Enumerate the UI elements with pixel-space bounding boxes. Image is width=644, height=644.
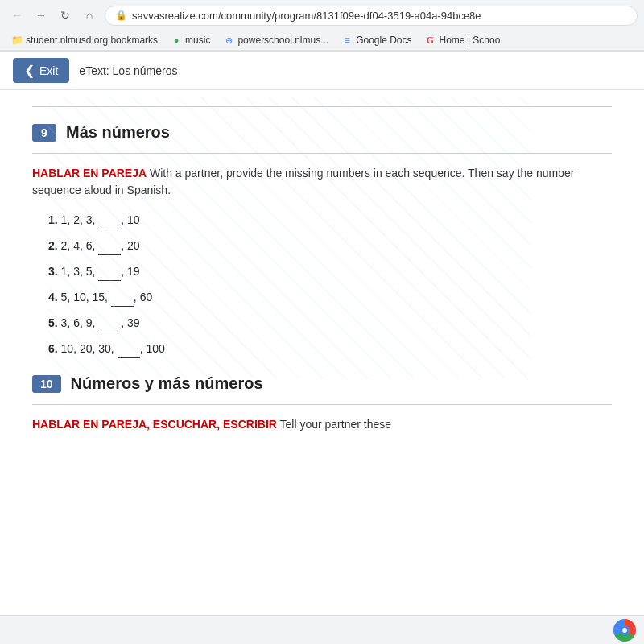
chrome-icon: [613, 619, 636, 642]
refresh-button[interactable]: ↻: [55, 5, 76, 26]
section10-instruction-text: Tell your partner these: [280, 418, 392, 431]
exercise-num-4: 4.: [48, 291, 58, 303]
home-button[interactable]: ⌂: [79, 5, 100, 26]
exercise-text-2: 2, 4, 6, , 20: [61, 239, 140, 252]
exercise-item-6: 6. 10, 20, 30, , 100: [48, 341, 612, 358]
etext-label: eText: Los números: [79, 64, 177, 77]
bookmark-music-label: music: [185, 35, 210, 46]
music-favicon: ●: [171, 35, 182, 46]
bookmark-googledocs-label: Google Docs: [356, 35, 411, 46]
blank-5: [98, 315, 121, 332]
exercise-text-6: 10, 20, 30, , 100: [61, 342, 165, 355]
section9-instruction: HABLAR EN PAREJA With a partner, provide…: [32, 165, 612, 199]
bookmark-home-label: Home | Schoo: [440, 35, 501, 46]
blank-6: [118, 341, 140, 358]
blank-4: [111, 289, 134, 307]
bookmark-nlmusd[interactable]: 📁 student.nlmusd.org bookmarks: [6, 33, 163, 47]
section9-divider: [32, 153, 612, 154]
googledocs-favicon: ≡: [341, 35, 353, 46]
exercise-item-5: 5. 3, 6, 9, , 39: [48, 315, 612, 332]
blank-3: [98, 263, 121, 281]
exercise-text-4: 5, 10, 15, , 60: [61, 291, 153, 303]
bottom-bar: [0, 615, 644, 644]
address-text: savvasrealize.com/community/program/8131…: [132, 10, 481, 22]
section10-title: Números y más números: [71, 374, 263, 393]
section10-header: 10 Números y más números: [32, 374, 612, 393]
bookmark-nlmusd-label: student.nlmusd.org bookmarks: [26, 35, 158, 46]
nav-buttons: ← → ↻ ⌂: [6, 5, 100, 26]
exercise-num-3: 3.: [48, 265, 58, 278]
bookmark-powerschool-label: powerschool.nlmus...: [237, 35, 328, 46]
section9-number: 9: [32, 124, 56, 142]
exercise-text-5: 3, 6, 9, , 39: [61, 316, 140, 329]
exercise-num-2: 2.: [48, 239, 58, 252]
blank-1: [98, 212, 121, 229]
exercise-item-4: 4. 5, 10, 15, , 60: [48, 289, 612, 307]
bookmark-home[interactable]: G Home | Schoo: [420, 33, 506, 47]
google-favicon: G: [425, 35, 436, 46]
address-bar[interactable]: 🔒 savvasrealize.com/community/program/81…: [105, 6, 638, 26]
section10-number: 10: [32, 375, 61, 393]
bookmarks-bar: 📁 student.nlmusd.org bookmarks ● music ⊕…: [0, 31, 644, 51]
exercise-item-2: 2. 2, 4, 6, , 20: [48, 237, 612, 255]
app-bar: ❮ Exit eText: Los números: [0, 52, 644, 90]
section9-header: 9 Más números: [32, 123, 612, 142]
blank-2: [98, 237, 121, 255]
exercise-list: 1. 1, 2, 3, , 10 2. 2, 4, 6, , 20 3. 1, …: [32, 212, 612, 358]
exit-label: Exit: [39, 64, 58, 77]
back-arrow-icon: ❮: [24, 63, 35, 78]
folder-icon: 📁: [11, 35, 23, 46]
back-button[interactable]: ←: [6, 5, 27, 26]
exercise-num-5: 5.: [48, 316, 58, 329]
chrome-inner-circle: [620, 625, 630, 635]
lock-icon: 🔒: [115, 10, 127, 21]
section10-area: 10 Números y más números HABLAR EN PAREJ…: [32, 374, 612, 433]
powerschool-favicon: ⊕: [223, 35, 234, 46]
exercise-text-3: 1, 3, 5, , 19: [61, 265, 140, 278]
exercise-item-3: 3. 1, 3, 5, , 19: [48, 263, 612, 281]
exercise-num-1: 1.: [48, 213, 58, 226]
section10-divider: [32, 404, 612, 405]
exercise-num-6: 6.: [48, 342, 58, 355]
content-area: 9 Más números HABLAR EN PAREJA With a pa…: [0, 90, 644, 644]
bookmark-googledocs[interactable]: ≡ Google Docs: [336, 33, 416, 47]
browser-chrome: ← → ↻ ⌂ 🔒 savvasrealize.com/community/pr…: [0, 0, 644, 52]
exercise-item-1: 1. 1, 2, 3, , 10: [48, 212, 612, 229]
section9-title: Más números: [66, 123, 170, 142]
bookmark-music[interactable]: ● music: [166, 33, 215, 47]
forward-button[interactable]: →: [31, 5, 52, 26]
section10-activity-label: HABLAR EN PAREJA, ESCUCHAR, ESCRIBIR: [32, 418, 277, 431]
nav-bar: ← → ↻ ⌂ 🔒 savvasrealize.com/community/pr…: [0, 0, 644, 31]
exit-button[interactable]: ❮ Exit: [13, 58, 69, 83]
section10-instruction: HABLAR EN PAREJA, ESCUCHAR, ESCRIBIR Tel…: [32, 416, 612, 433]
top-divider: [32, 106, 612, 107]
section9-activity-label: HABLAR EN PAREJA: [32, 167, 147, 180]
exercise-text-1: 1, 2, 3, , 10: [61, 213, 140, 226]
bookmark-powerschool[interactable]: ⊕ powerschool.nlmus...: [218, 33, 333, 47]
